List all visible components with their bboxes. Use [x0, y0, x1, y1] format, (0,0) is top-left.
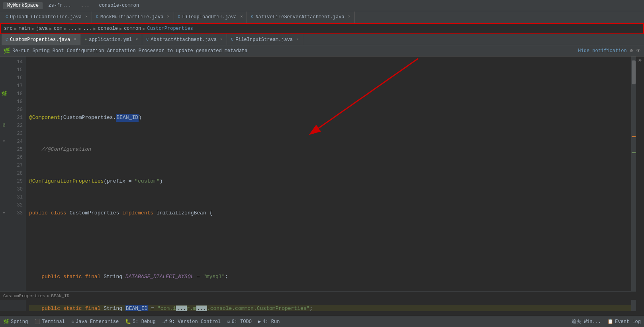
- code-line-16: //@Configuration: [29, 146, 631, 154]
- status-spring[interactable]: 🌿 Spring: [3, 319, 28, 325]
- tab-mockmultipartfile[interactable]: C MockMultipartFile.java ×: [92, 12, 174, 23]
- line-numbers: 14 15 16 17 18 19 20 21 22 23 24 25 26 2…: [8, 56, 26, 311]
- tab-abstractattachment[interactable]: C AbstractAttachment.java ×: [142, 34, 227, 45]
- tab-customproperties[interactable]: C CustomProperties.java ×: [2, 34, 80, 45]
- notification-bar: 🌿 Re-run Spring Boot Configuration Annot…: [0, 45, 644, 56]
- java-file-icon-cp: C: [6, 37, 8, 42]
- workspace-tab-myworkspace[interactable]: MyWorkSpace: [3, 2, 43, 9]
- gutter-29: [0, 177, 8, 185]
- bc-src[interactable]: src: [4, 26, 13, 31]
- tab-nativefileserverattachment[interactable]: C NativeFileServerAttachment.java ×: [247, 12, 354, 23]
- workspace-tab-3[interactable]: ...: [77, 2, 94, 9]
- linenum-33: 33: [8, 209, 23, 217]
- workspace-tab-zsfr[interactable]: zs-fr...: [44, 2, 75, 9]
- code-line-17: @ConfigurationProperties(prefix = "custo…: [29, 177, 631, 185]
- code-line-14: [29, 82, 631, 90]
- scrollbar-thumb[interactable]: [632, 60, 636, 84]
- gutter-18[interactable]: 🌿: [0, 90, 8, 98]
- code-line-15: @Component(CustomProperties.BEAN_ID): [29, 114, 631, 122]
- java-file-icon-aa: C: [146, 37, 149, 42]
- status-bar: 🌿 Spring ⬛ Terminal ☕ Java Enterprise 🐛 …: [0, 316, 644, 327]
- linenum-27: 27: [8, 162, 23, 169]
- bc-common[interactable]: common: [124, 26, 141, 31]
- gutter-16: [0, 74, 8, 82]
- bc-main[interactable]: main: [19, 26, 30, 31]
- close-icon-aa[interactable]: ×: [220, 37, 223, 42]
- gutter-23: [0, 130, 8, 138]
- linenum-25: 25: [8, 146, 23, 154]
- code-line-21: public static final String BEAN_ID = "co…: [29, 305, 631, 311]
- close-icon-fi[interactable]: ×: [296, 37, 299, 42]
- status-event-log[interactable]: 📋 Event Log: [607, 319, 641, 325]
- close-icon-3[interactable]: ×: [240, 15, 243, 19]
- code-editor[interactable]: @Component(CustomProperties.BEAN_ID) //@…: [26, 56, 631, 311]
- file-tabs-row2: C CustomProperties.java × ● application.…: [0, 34, 644, 45]
- scrollbar-marker-1: [632, 136, 636, 137]
- status-version-control[interactable]: ⎇ 9: Version Control: [162, 319, 221, 325]
- eye-icon-side[interactable]: 👁: [638, 58, 642, 64]
- settings-icon[interactable]: ⚙: [630, 48, 633, 54]
- yml-file-icon: ●: [84, 37, 87, 42]
- spring-leaf-icon: 🌿: [3, 47, 10, 54]
- vertical-scrollbar[interactable]: [631, 56, 636, 311]
- bc-console[interactable]: console: [98, 26, 117, 31]
- eye-icon[interactable]: 👁: [636, 48, 641, 54]
- spring-status-icon: 🌿: [3, 319, 9, 325]
- linenum-14: 14: [8, 58, 23, 66]
- gutter-24[interactable]: ▾: [0, 138, 8, 146]
- git-icon: ⎇: [162, 319, 168, 325]
- event-log-icon: 📋: [607, 319, 613, 325]
- notification-text: Re-run Spring Boot Configuration Annotat…: [12, 48, 248, 54]
- gutter-21: [0, 114, 8, 122]
- bc-customproperties[interactable]: CustomProperties: [147, 26, 193, 31]
- close-icon-cp[interactable]: ×: [74, 37, 76, 42]
- java-file-icon: C: [6, 15, 8, 19]
- bc-pkg2[interactable]: ...: [83, 26, 92, 31]
- gutter-27: [0, 162, 8, 169]
- gutter-22[interactable]: @: [0, 122, 8, 130]
- tab-application-yml[interactable]: ● application.yml ×: [80, 34, 142, 45]
- linenum-21: 21: [8, 114, 23, 122]
- todo-icon: ☑: [227, 319, 230, 325]
- notification-message: 🌿 Re-run Spring Boot Configuration Annot…: [3, 47, 248, 54]
- status-todo[interactable]: ☑ 6: TODO: [227, 319, 252, 325]
- editor-gutter: 🌿 @ ▾ ▾: [0, 56, 8, 311]
- status-run[interactable]: ▶ 4: Run: [258, 319, 280, 325]
- bc-com[interactable]: com: [54, 26, 63, 31]
- linenum-26: 26: [8, 154, 23, 162]
- editor-area: 🌿 @ ▾ ▾ 14 15 16: [0, 56, 644, 311]
- close-icon[interactable]: ×: [85, 15, 88, 19]
- status-terminal[interactable]: ⬛ Terminal: [34, 319, 65, 325]
- gutter-19: [0, 98, 8, 106]
- linenum-15: 15: [8, 66, 23, 74]
- java-file-icon-4: C: [251, 15, 253, 19]
- close-icon-2[interactable]: ×: [167, 15, 170, 19]
- linenum-22: 22: [8, 122, 23, 130]
- workspace-tab-console-common[interactable]: console-common: [95, 2, 143, 9]
- linenum-23: 23: [8, 130, 23, 138]
- tab-fileuploadutil[interactable]: C FileUploadUtil.java ×: [174, 12, 247, 23]
- tab-fileinputstream[interactable]: C FileInputStream.java ×: [227, 34, 303, 45]
- workspace-bar: MyWorkSpace zs-fr... ... console-common: [0, 0, 644, 11]
- status-right-1[interactable]: 追夫 Win...: [572, 318, 601, 325]
- hide-notification-button[interactable]: Hide notification: [578, 48, 626, 54]
- status-java-enterprise[interactable]: ☕ Java Enterprise: [71, 319, 119, 325]
- eye-panel: 👁: [636, 56, 644, 311]
- linenum-20: 20: [8, 106, 23, 114]
- linenum-28: 28: [8, 169, 23, 177]
- close-icon-4[interactable]: ×: [348, 15, 350, 19]
- tab-uploadfilecontroller[interactable]: C UploadFileController.java ×: [2, 12, 92, 23]
- code-line-20: public static final String DATABASE_DIAL…: [29, 273, 631, 281]
- terminal-icon: ⬛: [34, 319, 40, 325]
- linenum-16: 16: [8, 74, 23, 82]
- linenum-24: 24: [8, 138, 23, 146]
- gutter-33[interactable]: ▾: [0, 209, 8, 217]
- gutter-15: [0, 66, 8, 74]
- breadcrumb-path-bar: src ▶ main ▶ java ▶ com ▶ ... ▶ ... ▶ co…: [0, 23, 644, 34]
- bc-java[interactable]: java: [36, 26, 48, 31]
- close-icon-yml[interactable]: ×: [135, 37, 138, 42]
- bc-pkg1[interactable]: ...: [69, 26, 77, 31]
- file-tabs-row1: C UploadFileController.java × C MockMult…: [0, 11, 644, 23]
- java-file-icon-fi: C: [231, 37, 233, 42]
- status-debug[interactable]: 🐛 5: Debug: [125, 319, 156, 325]
